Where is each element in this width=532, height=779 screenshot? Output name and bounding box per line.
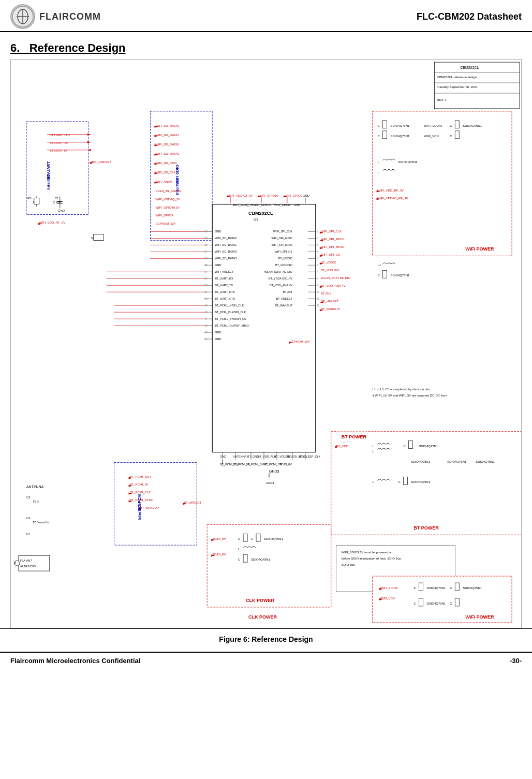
svg-text:if WIFI_1V, 5V and WIFI_3V are: if WIFI_1V, 5V and WIFI_3V are separate … bbox=[373, 394, 447, 397]
svg-text:C: C bbox=[251, 537, 254, 540]
svg-text:BT_VDDIO: BT_VDDIO bbox=[278, 257, 292, 260]
svg-text:C1: C1 bbox=[55, 197, 59, 200]
svg-text:L1 to L5, C5 are replaced by s: L1 to L5, C5 are replaced by short circu… bbox=[373, 388, 431, 391]
svg-text:TBD: TBD bbox=[33, 500, 39, 503]
logo-area: FLAIRCOMM bbox=[10, 4, 101, 29]
svg-text:SDIO4Q75N1: SDIO4Q75N1 bbox=[264, 537, 284, 540]
svg-rect-154 bbox=[455, 131, 459, 139]
svg-text:GND: GND bbox=[215, 331, 221, 334]
svg-text:C: C bbox=[378, 124, 380, 127]
svg-text:WIFI_VDDAQ_3V: WIFI_VDDAQ_3V bbox=[228, 194, 253, 197]
svg-text:7: 7 bbox=[317, 270, 318, 273]
svg-text:C3: C3 bbox=[26, 496, 31, 499]
svg-text:C: C bbox=[238, 558, 241, 561]
svg-text:BT_PCM1_NFS1_CLK: BT_PCM1_NFS1_CLK bbox=[215, 304, 244, 307]
svg-text:CLK POWER: CLK POWER bbox=[248, 614, 277, 620]
svg-text:WIFI_SD_CMD: WIFI_SD_CMD bbox=[155, 161, 177, 165]
schematic-diagram: CBM202CL CBM202CL reference design Tuesd… bbox=[10, 59, 522, 628]
page-number: -30- bbox=[510, 657, 522, 665]
svg-text:CBM202CL reference design: CBM202CL reference design bbox=[437, 76, 477, 79]
svg-text:SDIO bus: SDIO bus bbox=[342, 563, 355, 566]
svg-text:BT_VDD_ANA 4V: BT_VDD_ANA 4V bbox=[270, 284, 292, 287]
svg-text:BT AV1: BT AV1 bbox=[283, 290, 292, 293]
svg-text:SDIO4Q75N1: SDIO4Q75N1 bbox=[463, 124, 482, 127]
svg-text:Interface: Interface bbox=[137, 503, 142, 521]
svg-text:BT UART TX: BT UART TX bbox=[50, 149, 67, 152]
svg-text:WIFI_GPIO9: WIFI_GPIO9 bbox=[155, 214, 173, 217]
svg-rect-146 bbox=[383, 131, 387, 139]
svg-text:WIFI_GPIO40,3V: WIFI_GPIO40,3V bbox=[155, 206, 179, 209]
svg-rect-309 bbox=[403, 477, 407, 484]
svg-rect-212 bbox=[19, 555, 50, 571]
svg-text:60: 60 bbox=[204, 230, 208, 233]
svg-text:WIFI_VDDAQ_3V: WIFI_VDDAQ_3V bbox=[155, 198, 180, 201]
svg-text:WIFI_SD_DATA0: WIFI_SD_DATA0 bbox=[155, 124, 180, 127]
svg-text:5: 5 bbox=[317, 257, 318, 260]
svg-text:C: C bbox=[413, 602, 416, 605]
svg-text:WIFI_SPI_MISO: WIFI_SPI_MISO bbox=[321, 238, 344, 241]
svg-text:3: 3 bbox=[317, 243, 318, 246]
svg-text:12: 12 bbox=[317, 304, 320, 307]
svg-text:54: 54 bbox=[204, 270, 208, 273]
svg-text:FLA-ANT: FLA-ANT bbox=[20, 559, 32, 562]
svg-rect-181 bbox=[243, 554, 247, 562]
svg-text:1: 1 bbox=[317, 230, 318, 233]
svg-text:SDIO4Q75N1: SDIO4Q75N1 bbox=[426, 602, 446, 605]
svg-text:WIFI_SPI_CS: WIFI_SPI_CS bbox=[321, 253, 340, 256]
svg-text:WIFI_SD_DATA2: WIFI_SD_DATA2 bbox=[215, 237, 237, 240]
svg-text:GND: GND bbox=[303, 194, 310, 197]
svg-text:BT_PCMI_SYNC: BT_PCMI_SYNC bbox=[130, 498, 154, 502]
svg-text:WIFI_GPIO10: WIFI_GPIO10 bbox=[254, 203, 271, 207]
svg-rect-245 bbox=[94, 234, 104, 240]
footer-company: Flaircomm Microelectronics Confidential bbox=[10, 657, 140, 665]
svg-rect-328 bbox=[455, 598, 459, 606]
svg-text:J1: J1 bbox=[13, 562, 16, 565]
svg-text:Tuesday September 08, 2021: Tuesday September 08, 2021 bbox=[437, 85, 478, 89]
svg-rect-319 bbox=[419, 583, 423, 591]
svg-text:51: 51 bbox=[204, 290, 208, 293]
svg-text:CLK POWER: CLK POWER bbox=[246, 598, 274, 603]
svg-text:49: 49 bbox=[204, 304, 208, 307]
svg-text:WIFI_SD_DATA2: WIFI_SD_DATA2 bbox=[155, 143, 180, 146]
svg-text:GND: GND bbox=[215, 337, 221, 341]
svg-text:C: C bbox=[398, 480, 401, 483]
svg-text:max1n: max1n bbox=[39, 521, 49, 524]
svg-text:WIFI_ANA0: WIFI_ANA0 bbox=[155, 180, 172, 183]
svg-text:BT_UART_CTS: BT_UART_CTS bbox=[215, 297, 235, 300]
svg-rect-140 bbox=[373, 111, 512, 256]
svg-text:WIFI_SDIO3: WIFI_SDIO3 bbox=[380, 586, 398, 590]
svg-text:TBD: TBD bbox=[33, 521, 39, 524]
svg-text:before SDIO initialization of : before SDIO initialization of host, SDIO… bbox=[342, 557, 401, 560]
svg-text:ANTENNA: ANTENNA bbox=[233, 455, 246, 458]
svg-text:VREQ_IN_ANA 8V: VREQ_IN_ANA 8V bbox=[155, 189, 181, 193]
svg-text:WIFI_GPIO9: WIFI_GPIO9 bbox=[274, 203, 290, 207]
svg-text:CBM202CL: CBM202CL bbox=[460, 66, 479, 69]
svg-text:C: C bbox=[450, 124, 452, 127]
svg-text:Interface: Interface bbox=[46, 172, 51, 190]
svg-text:REV: 1: REV: 1 bbox=[437, 98, 447, 101]
svg-text:BT AV1: BT AV1 bbox=[321, 292, 331, 295]
svg-text:59: 59 bbox=[204, 237, 208, 240]
svg-text:WIFI_SPI_CLK: WIFI_SPI_CLK bbox=[273, 230, 292, 233]
svg-text:BT_VDD DIO: BT_VDD DIO bbox=[321, 269, 339, 272]
svg-text:WIFI_SD_DATA1: WIFI_SD_DATA1 bbox=[215, 243, 237, 246]
schematic-svg: CBM202CL CBM202CL reference design Tuesd… bbox=[11, 60, 521, 628]
svg-text:BT_PCMI_OUT: BT_PCMI_OUT bbox=[130, 475, 152, 478]
svg-text:WIFI_SPI_CLK: WIFI_SPI_CLK bbox=[321, 230, 342, 233]
svg-text:58: 58 bbox=[204, 243, 208, 246]
svg-text:WIFI POWER: WIFI POWER bbox=[465, 246, 494, 252]
svg-text:46: 46 bbox=[204, 324, 208, 327]
svg-text:57: 57 bbox=[204, 250, 208, 253]
svg-text:EEPROM_WP: EEPROM_WP bbox=[290, 340, 310, 343]
svg-text:GND3: GND3 bbox=[266, 481, 274, 484]
svg-text:GND3: GND3 bbox=[269, 469, 279, 473]
svg-text:WIFI_nRESET: WIFI_nRESET bbox=[91, 160, 111, 164]
svg-text:BT_UART_TX: BT_UART_TX bbox=[215, 284, 233, 287]
svg-text:SDIO4Q75N1: SDIO4Q75N1 bbox=[391, 274, 410, 277]
svg-text:47: 47 bbox=[204, 317, 208, 320]
svg-text:WIFI_SPI_CS: WIFI_SPI_CS bbox=[275, 250, 292, 253]
svg-text:WIFI_SPI_MOSI: WIFI_SPI_MOSI bbox=[271, 243, 292, 246]
svg-text:SDIO4Q75N1: SDIO4Q75N1 bbox=[251, 558, 271, 561]
svg-text:BT_nRESET: BT_nRESET bbox=[184, 501, 202, 504]
svg-text:BT_UART_RX: BT_UART_RX bbox=[215, 277, 233, 280]
